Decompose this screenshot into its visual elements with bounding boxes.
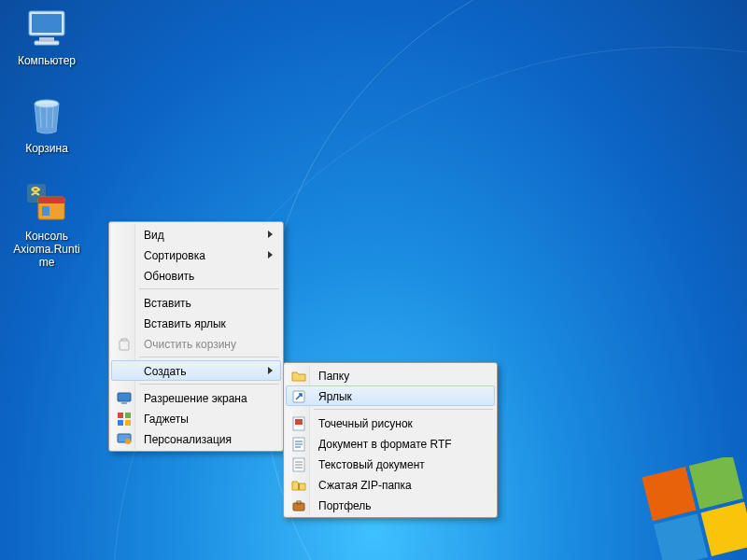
svg-rect-14	[118, 393, 131, 401]
submenu-arrow-icon	[268, 367, 273, 374]
menu-item-label: Создать	[144, 365, 187, 378]
submenu-item-folder[interactable]: Папку	[286, 365, 495, 385]
menu-item-label: Сортировка	[144, 249, 205, 262]
submenu-arrow-icon	[268, 251, 273, 259]
submenu-item-bitmap[interactable]: Точечный рисунок	[286, 413, 495, 433]
menu-separator	[139, 384, 279, 385]
menu-separator	[139, 357, 279, 357]
recycle-bin-icon	[24, 93, 69, 138]
menu-item-view[interactable]: Вид	[111, 224, 281, 245]
svg-rect-6	[39, 37, 54, 41]
txt-icon	[290, 456, 307, 473]
svg-rect-7	[35, 41, 59, 45]
menu-item-label: Папку	[318, 370, 349, 383]
menu-item-empty-recycle: Очистить корзину	[111, 333, 281, 354]
console-app-icon	[24, 181, 69, 226]
recycle-small-icon	[116, 336, 133, 353]
rtf-icon	[290, 436, 307, 453]
submenu-item-rtf[interactable]: Документ в формате RTF	[286, 433, 495, 454]
svg-rect-18	[118, 420, 123, 426]
submenu-arrow-icon	[268, 231, 273, 238]
gadgets-icon	[116, 411, 133, 427]
menu-item-label: Вставить	[144, 297, 191, 310]
desktop-icon-computer[interactable]: Компьютер	[9, 6, 84, 67]
menu-item-label: Портфель	[318, 499, 372, 512]
svg-rect-5	[32, 14, 62, 33]
svg-rect-16	[118, 413, 123, 418]
desktop-icon-label: Корзина	[9, 142, 84, 155]
menu-item-gadgets[interactable]: Гаджеты	[111, 408, 281, 428]
menu-item-label: Персонализация	[144, 433, 232, 446]
desktop-icon-label: Консоль Axioma.Runtime	[9, 230, 84, 269]
submenu-item-briefcase[interactable]: Портфель	[286, 495, 495, 515]
svg-rect-13	[120, 341, 129, 350]
menu-item-personalize[interactable]: Персонализация	[111, 428, 281, 449]
menu-item-paste-shortcut[interactable]: Вставить ярлык	[111, 313, 281, 333]
menu-separator	[139, 288, 279, 289]
personalize-icon	[116, 431, 133, 448]
desktop-context-menu: Вид Сортировка Обновить Вставить Вставит…	[108, 221, 284, 452]
menu-item-screen-resolution[interactable]: Разрешение экрана	[111, 387, 281, 408]
submenu-item-zip[interactable]: Сжатая ZIP-папка	[286, 474, 495, 495]
svg-rect-24	[295, 419, 303, 425]
submenu-item-shortcut[interactable]: Ярлык	[286, 385, 495, 406]
menu-item-sort[interactable]: Сортировка	[111, 245, 281, 265]
svg-rect-19	[125, 420, 131, 426]
zip-icon	[290, 477, 307, 494]
menu-item-new[interactable]: Создать	[111, 360, 281, 381]
menu-item-label: Точечный рисунок	[318, 417, 413, 430]
menu-item-paste[interactable]: Вставить	[111, 292, 281, 313]
shortcut-icon	[290, 388, 307, 405]
menu-item-label: Вставить ярлык	[144, 317, 226, 330]
menu-item-label: Гаджеты	[144, 413, 189, 426]
svg-rect-17	[125, 413, 131, 418]
menu-item-label: Обновить	[144, 270, 194, 283]
menu-item-label: Сжатая ZIP-папка	[318, 479, 412, 492]
folder-icon	[290, 368, 307, 385]
monitor-icon	[116, 390, 133, 407]
menu-item-label: Документ в формате RTF	[318, 438, 452, 451]
menu-separator	[314, 409, 493, 410]
menu-item-label: Очистить корзину	[144, 338, 236, 351]
bitmap-icon	[290, 415, 307, 432]
desktop-icon-console[interactable]: Консоль Axioma.Runtime	[9, 181, 84, 269]
svg-rect-2	[654, 513, 708, 560]
menu-item-label: Вид	[144, 229, 164, 242]
menu-item-label: Ярлык	[318, 390, 352, 403]
svg-rect-12	[42, 206, 49, 216]
svg-rect-0	[641, 467, 696, 521]
desktop-icon-recycle-bin[interactable]: Корзина	[9, 93, 84, 155]
menu-item-refresh[interactable]: Обновить	[111, 265, 281, 286]
svg-point-21	[125, 439, 131, 444]
svg-rect-15	[121, 402, 127, 404]
windows-logo-corner	[635, 457, 747, 560]
briefcase-icon	[290, 497, 307, 514]
computer-icon	[24, 6, 69, 50]
menu-item-label: Разрешение экрана	[144, 392, 247, 405]
new-submenu: Папку Ярлык Точечный рисунок Документ в …	[283, 362, 498, 518]
svg-rect-3	[700, 502, 747, 556]
desktop-icon-label: Компьютер	[9, 54, 84, 67]
svg-rect-1	[689, 457, 743, 510]
svg-rect-27	[298, 483, 300, 490]
svg-rect-11	[38, 197, 64, 203]
menu-item-label: Текстовый документ	[318, 458, 425, 471]
submenu-item-txt[interactable]: Текстовый документ	[286, 454, 495, 474]
